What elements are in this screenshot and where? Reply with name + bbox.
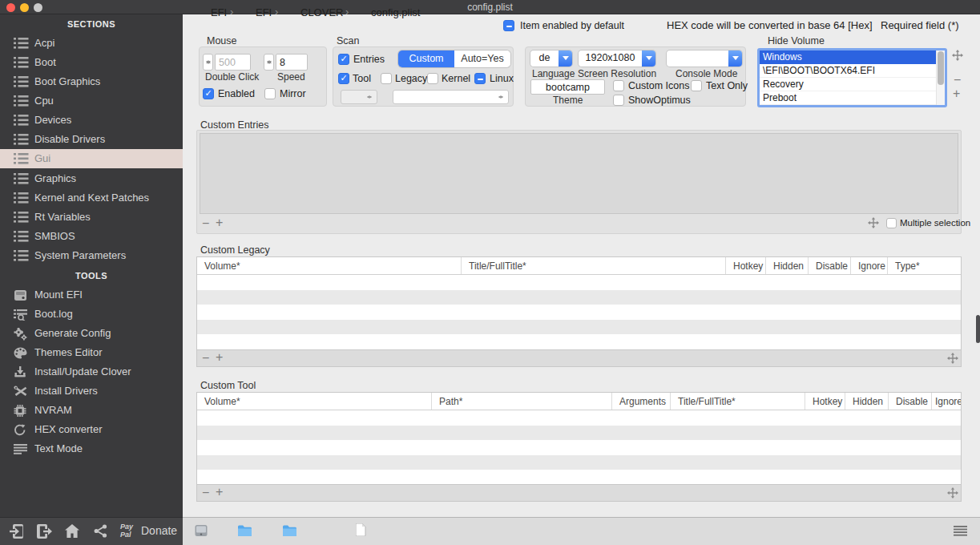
table-row[interactable] (197, 426, 961, 441)
scrollbar[interactable] (936, 50, 945, 105)
custom-legacy-remove-button[interactable]: − (202, 353, 209, 364)
import-config-icon[interactable] (10, 524, 25, 542)
sidebar-item-devices[interactable]: Devices (0, 111, 183, 130)
custom-entries-add-button[interactable]: + (216, 217, 223, 228)
sidebar-item-gui[interactable]: Gui (0, 149, 183, 168)
sidebar-tool-boot-log[interactable]: Boot.log (0, 305, 183, 324)
column-header[interactable]: Ignore (851, 257, 888, 274)
breadcrumb-clover-folder[interactable]: CLOVER (300, 6, 343, 18)
theme-input[interactable] (530, 79, 605, 95)
speed-stepper[interactable] (264, 54, 274, 71)
column-header[interactable]: Hidden (845, 393, 889, 410)
share-icon[interactable] (94, 524, 107, 541)
sidebar-item-kernel-and-kext-patches[interactable]: Kernel and Kext Patches (0, 188, 183, 208)
mouse-mirror-checkbox[interactable] (264, 88, 276, 99)
column-header[interactable]: Title/FullTitle* (462, 257, 726, 274)
custom-tool-add-button[interactable]: + (216, 486, 223, 498)
scan-linux-checkbox[interactable] (474, 73, 486, 84)
mouse-enabled-checkbox[interactable] (203, 88, 214, 99)
column-header[interactable]: Volume* (197, 393, 432, 410)
console-mode-select[interactable] (667, 50, 742, 67)
column-header[interactable]: Hotkey (726, 257, 766, 274)
segment-custom[interactable]: Custom (398, 50, 454, 67)
column-header[interactable]: Arguments (612, 393, 671, 410)
sidebar-item-cpu[interactable]: Cpu (0, 91, 183, 111)
hide-volume-list[interactable]: Windows \EFI\BOOT\BOOTX64.EFI Recovery P… (757, 48, 947, 107)
export-config-icon[interactable] (37, 524, 52, 542)
list-item[interactable]: Recovery (760, 78, 945, 91)
scan-legacy-checkbox[interactable] (381, 73, 392, 84)
hide-volume-remove-button[interactable]: − (954, 75, 961, 86)
list-item[interactable]: \EFI\BOOT\BOOTX64.EFI (760, 64, 945, 78)
column-header[interactable]: Type* (888, 257, 961, 274)
resolution-select[interactable]: 1920x1080 (579, 50, 655, 67)
table-row[interactable] (197, 275, 961, 290)
custom-entries-remove-button[interactable]: − (202, 218, 209, 229)
scan-entries-checkbox[interactable] (338, 54, 349, 65)
column-header[interactable]: Ignore (932, 393, 961, 410)
column-header[interactable]: Title/FullTitle* (671, 393, 805, 410)
sidebar-tool-mount-efi[interactable]: Mount EFI (0, 285, 183, 305)
column-header[interactable]: Disable (809, 257, 851, 274)
custom-entries-list[interactable] (200, 133, 958, 214)
multiple-selection-checkbox[interactable] (886, 218, 897, 228)
column-header[interactable]: Hotkey (805, 393, 845, 410)
language-select[interactable]: de (530, 50, 572, 67)
speed-input[interactable] (276, 54, 308, 71)
sidebar-item-boot-graphics[interactable]: Boot Graphics (0, 72, 183, 91)
item-enabled-checkbox[interactable] (503, 20, 514, 31)
sidebar-tool-generate-config[interactable]: Generate Config (0, 324, 183, 343)
breadcrumb-config-plist[interactable]: config.plist (371, 6, 420, 18)
table-row[interactable] (197, 410, 961, 426)
breadcrumb-efi-disk[interactable]: EFI (211, 6, 227, 18)
table-row[interactable] (197, 305, 961, 320)
move-icon[interactable] (947, 353, 958, 367)
sidebar-item-acpi[interactable]: Acpi (0, 34, 183, 53)
paypal-icon[interactable]: PayPal (120, 523, 133, 539)
column-header[interactable]: Hidden (766, 257, 809, 274)
custom-legacy-add-button[interactable]: + (216, 352, 223, 363)
sidebar-item-graphics[interactable]: Graphics (0, 169, 183, 188)
menu-hamburger-icon[interactable] (954, 525, 967, 539)
breadcrumb-efi-folder[interactable]: EFI (256, 6, 272, 18)
show-optimus-checkbox[interactable] (613, 95, 624, 106)
scan-legacy-dropdown[interactable] (341, 90, 377, 104)
segment-auto-yes[interactable]: Auto=Yes (454, 50, 510, 67)
home-icon[interactable] (65, 524, 79, 541)
list-item[interactable]: Windows (760, 50, 945, 64)
text-only-checkbox[interactable] (691, 80, 702, 91)
sidebar-tool-text-mode[interactable]: Text Mode (0, 439, 183, 458)
table-row[interactable] (197, 334, 961, 349)
custom-tool-remove-button[interactable]: − (202, 487, 209, 499)
scan-kernel-checkbox[interactable] (427, 73, 438, 84)
scan-custom-dropdown[interactable] (393, 90, 509, 104)
table-row[interactable] (197, 470, 961, 485)
sidebar-item-system-parameters[interactable]: System Parameters (0, 246, 183, 265)
double-click-input[interactable] (215, 54, 251, 71)
window-scrollbar-thumb[interactable] (976, 315, 980, 343)
column-header[interactable]: Disable (889, 393, 932, 410)
sidebar-item-smbios[interactable]: SMBIOS (0, 227, 183, 246)
sidebar-tool-nvram[interactable]: NVRAM (0, 401, 183, 420)
sidebar-item-boot[interactable]: Boot (0, 53, 183, 72)
move-icon[interactable] (947, 487, 958, 502)
list-item[interactable]: Preboot (760, 91, 945, 105)
table-row[interactable] (197, 455, 961, 470)
move-icon[interactable] (868, 217, 879, 232)
column-header[interactable]: Path* (432, 393, 612, 410)
custom-icons-checkbox[interactable] (613, 80, 624, 91)
donate-button[interactable]: Donate (141, 524, 177, 537)
sidebar-tool-themes-editor[interactable]: Themes Editor (0, 343, 183, 362)
sidebar-tool-install-drivers[interactable]: Install Drivers (0, 382, 183, 401)
double-click-stepper[interactable] (203, 54, 213, 71)
sidebar-tool-install-update-clover[interactable]: Install/Update Clover (0, 362, 183, 382)
table-row[interactable] (197, 320, 961, 335)
move-icon[interactable] (952, 50, 963, 64)
sidebar-item-disable-drivers[interactable]: Disable Drivers (0, 130, 183, 149)
scan-tool-checkbox[interactable] (338, 73, 349, 84)
hide-volume-add-button[interactable]: + (953, 88, 960, 99)
table-row[interactable] (197, 440, 961, 455)
sidebar-item-rt-variables[interactable]: Rt Variables (0, 208, 183, 227)
sidebar-tool-hex-converter[interactable]: HEX converter (0, 420, 183, 439)
table-row[interactable] (197, 290, 961, 305)
